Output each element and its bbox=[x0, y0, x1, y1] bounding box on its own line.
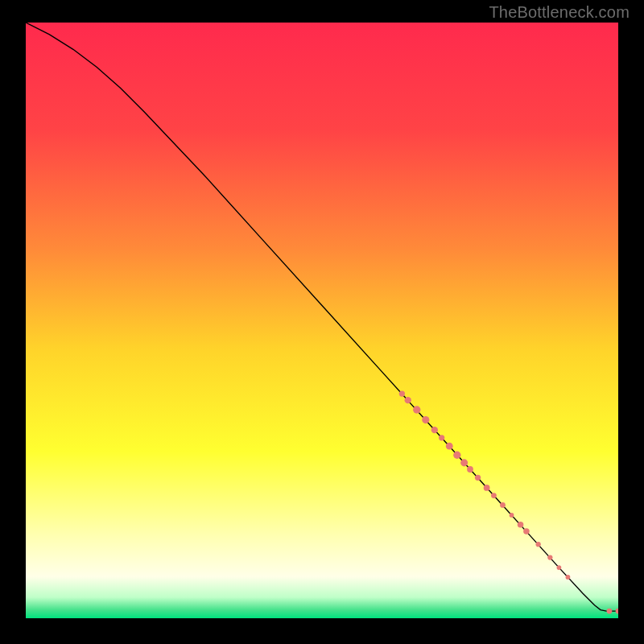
data-marker bbox=[405, 397, 411, 403]
data-marker bbox=[413, 406, 420, 413]
data-marker bbox=[557, 565, 562, 570]
data-marker bbox=[566, 575, 571, 580]
data-marker bbox=[491, 493, 497, 498]
data-marker bbox=[607, 609, 613, 614]
data-marker bbox=[460, 459, 468, 466]
data-marker bbox=[475, 475, 481, 481]
data-marker bbox=[547, 555, 552, 559]
data-marker bbox=[523, 528, 530, 535]
data-marker bbox=[536, 542, 541, 547]
data-marker bbox=[431, 427, 438, 433]
chart-svg bbox=[26, 23, 618, 618]
data-marker bbox=[453, 452, 460, 459]
data-marker bbox=[510, 513, 514, 518]
data-marker bbox=[518, 522, 524, 528]
data-marker bbox=[500, 502, 506, 508]
data-marker bbox=[446, 443, 453, 450]
plot-area bbox=[26, 23, 618, 618]
data-marker bbox=[399, 390, 405, 396]
data-marker bbox=[422, 416, 429, 423]
watermark-text: TheBottleneck.com bbox=[489, 3, 630, 22]
data-marker bbox=[467, 466, 473, 473]
chart-stage: TheBottleneck.com bbox=[0, 0, 644, 644]
gradient-background bbox=[26, 23, 618, 618]
data-marker bbox=[484, 485, 490, 491]
data-marker bbox=[439, 435, 444, 440]
